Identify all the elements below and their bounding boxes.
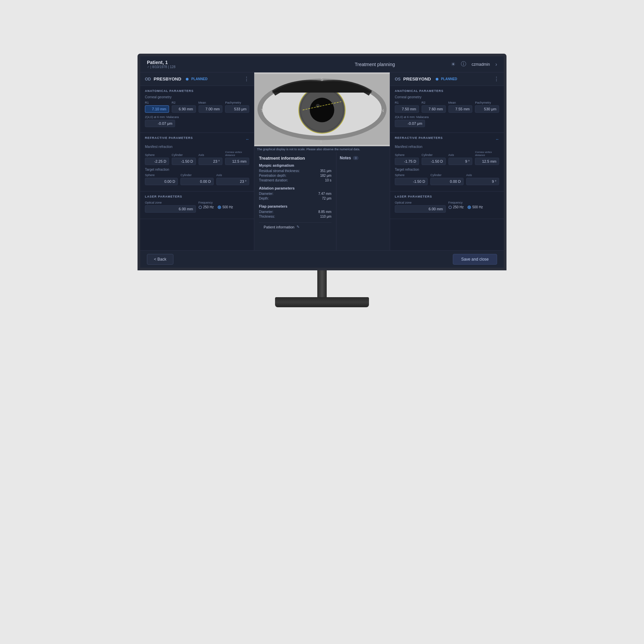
os-t-cylinder-value[interactable]: 0.00 D (430, 178, 463, 185)
os-r2-value[interactable]: 7.60 mm (422, 105, 446, 113)
od-menu-icon[interactable]: ⋮ (244, 76, 249, 82)
od-r1-value[interactable]: 7.10 mm (145, 105, 169, 113)
treatment-info: Treatment information Myopic astigmatism… (254, 152, 336, 250)
monitor-stand-neck (317, 270, 327, 297)
ablation-diameter-value: 7.47 mm (318, 192, 331, 196)
os-freq-500-dot (468, 206, 471, 209)
os-t-axis-value[interactable]: 9 ° (466, 178, 499, 185)
od-t-sphere-value[interactable]: 0.00 D (145, 178, 178, 185)
od-axis-value[interactable]: 23 ° (199, 158, 223, 165)
os-frequency-label: Frequency (448, 201, 499, 204)
os-pachy-label: Pachymetry (475, 101, 499, 104)
os-cylinder-label: Cylinder (422, 153, 446, 157)
patient-meta: ♂ | 8/10/1978 | 128 (147, 65, 299, 69)
od-vertex-value[interactable]: 12.5 mm (225, 158, 249, 165)
save-close-button[interactable]: Save and close (453, 254, 497, 265)
od-freq-250-label: 250 Hz (203, 205, 214, 209)
patient-info-icon[interactable]: ✎ (297, 225, 300, 229)
os-freq-250-radio[interactable]: 250 Hz (448, 205, 464, 209)
settings-icon[interactable]: ☀ (451, 61, 455, 67)
os-optical-zone-value[interactable]: 6.00 mm (395, 205, 446, 213)
ablation-depth-value: 72 μm (322, 197, 331, 200)
svg-text:S: S (320, 77, 323, 82)
os-mean-value[interactable]: 7.55 mm (448, 105, 473, 113)
od-t-cylinder-value[interactable]: 0.00 D (180, 178, 213, 185)
back-button[interactable]: < Back (147, 254, 173, 265)
od-pachy-value[interactable]: 533 μm (225, 105, 249, 113)
flap-diameter-label: Diameter: (259, 210, 273, 214)
center-area: T N S I The graphical display is not to … (254, 72, 390, 250)
os-freq-500-label: 500 Hz (472, 205, 483, 209)
od-frequency-label: Frequency (199, 201, 250, 204)
svg-text:T: T (261, 108, 263, 113)
os-malacara-value[interactable]: -0.07 μm (395, 120, 425, 127)
os-t-sphere-value[interactable]: -1.50 D (395, 178, 428, 185)
os-r1-value[interactable]: 7.50 mm (395, 105, 419, 113)
od-laser-title: LASER PARAMETERS (145, 195, 249, 198)
od-freq-250-radio[interactable]: 250 Hz (199, 205, 214, 209)
os-treatment-name: PRESBYOND (403, 76, 431, 82)
od-sphere-value[interactable]: -2.25 D (145, 158, 169, 165)
od-r2-value[interactable]: 6.90 mm (172, 105, 196, 113)
os-freq-250-label: 250 Hz (453, 205, 464, 209)
os-malacara-label: Z(4,0) at 6 mm: Malacara (395, 115, 499, 119)
od-optical-zone-value[interactable]: 6.00 mm (145, 205, 196, 213)
os-vertex-value[interactable]: 12.5 mm (475, 158, 499, 165)
od-refractive-icon[interactable]: ↔ (246, 137, 249, 141)
info-icon[interactable]: ⓘ (461, 61, 466, 68)
os-manifest-label: Manifest refraction (395, 145, 499, 149)
od-freq-500-dot (218, 206, 221, 209)
od-optical-zone-label: Optical zone (145, 201, 196, 204)
flap-thickness-value: 110 μm (320, 215, 331, 218)
od-t-axis-value[interactable]: 23 ° (216, 178, 249, 185)
od-malacara-value[interactable]: -0.07 μm (145, 120, 175, 127)
penetration-depth-value: 182 μm (320, 174, 331, 177)
od-cylinder-label: Cylinder (172, 153, 196, 157)
ablation-depth-label: Depth: (259, 197, 269, 200)
page-title: Treatment planning (299, 62, 451, 67)
monitor-stand-base (275, 297, 369, 307)
chevron-icon[interactable]: › (495, 61, 497, 67)
notes-panel: Notes 0 (336, 152, 390, 250)
svg-text:N: N (381, 108, 384, 113)
eye-visualization: T N S I (254, 72, 390, 146)
os-cylinder-value[interactable]: -1.50 D (422, 158, 446, 165)
os-pachy-value[interactable]: 530 μm (475, 105, 499, 113)
os-panel: OS PRESBYOND PLANNED ⋮ ANATOMICAL PARAME… (390, 72, 504, 250)
os-laser-title: LASER PARAMETERS (395, 195, 499, 198)
os-t-cylinder-label: Cylinder (430, 173, 463, 177)
os-menu-icon[interactable]: ⋮ (494, 76, 499, 82)
os-r2-label: R2 (422, 101, 446, 104)
od-mean-label: Mean (199, 101, 223, 104)
os-sphere-label: Sphere (395, 153, 419, 157)
flap-thickness-label: Thickness: (259, 215, 275, 218)
os-sphere-value[interactable]: -1.75 D (395, 158, 419, 165)
os-vertex-label: Cornea vertex distance (475, 151, 499, 157)
notes-title: Notes (340, 156, 351, 160)
od-mean-value[interactable]: 7.00 mm (199, 105, 223, 113)
notes-count: 0 (353, 156, 359, 160)
od-cylinder-value[interactable]: -1.50 D (172, 158, 196, 165)
od-vertex-label: Cornea vertex distance (225, 151, 249, 157)
penetration-depth-label: Penetration depth: (259, 174, 286, 177)
os-optical-zone-label: Optical zone (395, 201, 446, 204)
od-freq-500-radio[interactable]: 500 Hz (218, 205, 233, 209)
os-anatomical-title: ANATOMICAL PARAMETERS (395, 89, 499, 93)
od-sphere-label: Sphere (145, 153, 169, 157)
os-axis-value[interactable]: 9 ° (448, 158, 473, 165)
svg-point-9 (316, 104, 320, 108)
flap-diameter-value: 8.85 mm (318, 210, 331, 214)
ablation-diameter-label: Diameter: (259, 192, 273, 196)
os-axis-label: Axis (448, 153, 473, 157)
os-freq-500-radio[interactable]: 500 Hz (468, 205, 483, 209)
image-caption: The graphical display is not to scale. P… (254, 146, 390, 152)
svg-point-8 (310, 98, 334, 122)
od-axis-label: Axis (199, 153, 223, 157)
ablation-title: Ablation parameters (259, 186, 331, 190)
os-status-label: PLANNED (441, 77, 457, 81)
os-refractive-title: REFRACTIVE PARAMETERS (395, 136, 443, 140)
od-malacara-label: Z(4,0) at 6 mm: Malacara (145, 115, 249, 119)
od-manifest-label: Manifest refraction (145, 145, 249, 149)
treatment-duration-label: Treatment duration: (259, 178, 288, 182)
os-refractive-icon[interactable]: ↔ (495, 137, 499, 141)
